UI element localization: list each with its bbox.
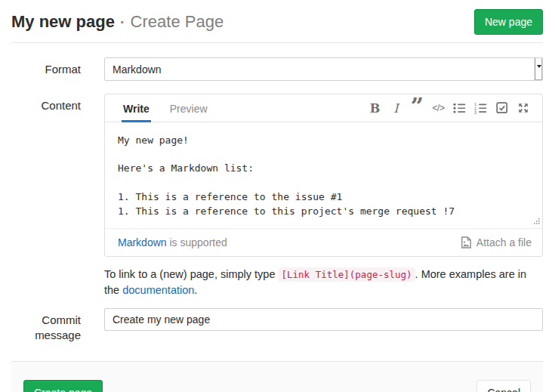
bold-icon[interactable]: B [366, 100, 384, 116]
page-subtitle: Create Page [131, 12, 224, 32]
new-page-button[interactable]: New page [474, 9, 543, 35]
format-label: Format [11, 57, 81, 81]
supported-text: is supported [169, 236, 227, 248]
content-textarea[interactable]: My new page! Here's a Markdown list: 1. … [105, 122, 542, 229]
blockquote-icon[interactable]: ” [409, 100, 426, 116]
editor-toolbar: B I ” </> 1 [366, 94, 532, 122]
ordered-list-icon[interactable]: 1 2 3 [472, 100, 489, 116]
title-separator: · [120, 14, 125, 31]
commit-row: Commit message [0, 308, 555, 343]
task-list-icon[interactable] [493, 100, 510, 116]
svg-text:3: 3 [474, 110, 476, 114]
page-title: My new page [11, 12, 115, 32]
commit-message-input[interactable] [104, 308, 543, 331]
content-label: Content [11, 94, 81, 298]
editor-footer: Markdown is supported Attach a file [105, 229, 542, 256]
breadcrumb: My new page · Create Page [11, 12, 224, 32]
tab-preview[interactable]: Preview [168, 94, 209, 122]
attach-file-button[interactable]: Attach a file [461, 236, 532, 248]
markdown-editor: Write Preview B I ” </> [104, 94, 543, 257]
form-actions-bar: Create page Cancel [11, 361, 543, 392]
page-header: My new page · Create Page New page [0, 0, 555, 34]
commit-message-label: Commit message [11, 308, 81, 343]
editor-header: Write Preview B I ” </> [105, 94, 542, 122]
link-help-text: To link to a (new) page, simply type [Li… [104, 267, 543, 298]
textarea-resize-grip[interactable] [533, 215, 540, 227]
format-row: Format Markdown [0, 57, 555, 81]
documentation-link[interactable]: documentation [122, 284, 194, 296]
markdown-supported-note: Markdown is supported [118, 236, 227, 248]
unordered-list-icon[interactable] [451, 100, 468, 116]
content-row: Content Write Preview B I ” </> [0, 94, 555, 298]
format-select[interactable]: Markdown [104, 57, 543, 81]
code-icon[interactable]: </> [430, 100, 447, 116]
link-syntax-code: [Link Title](page-slug) [279, 267, 415, 282]
attach-file-icon [461, 236, 472, 248]
markdown-link[interactable]: Markdown [118, 236, 167, 248]
attach-file-label: Attach a file [476, 236, 532, 248]
cancel-button[interactable]: Cancel [476, 380, 531, 392]
create-page-button[interactable]: Create page [23, 380, 103, 392]
header-divider [11, 42, 543, 43]
fullscreen-icon[interactable] [514, 100, 532, 116]
italic-icon[interactable]: I [387, 100, 405, 116]
editor-tabs: Write Preview [122, 94, 209, 122]
tab-write[interactable]: Write [122, 94, 151, 122]
